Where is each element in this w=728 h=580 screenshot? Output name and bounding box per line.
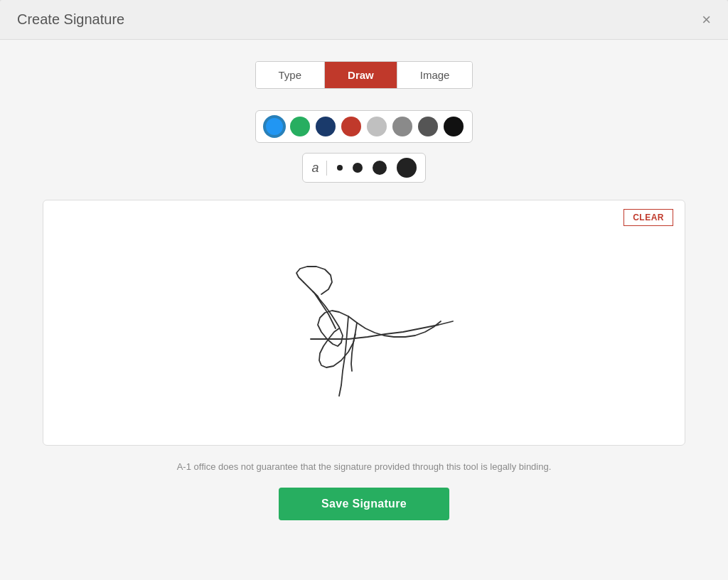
- tab-type[interactable]: Type: [256, 62, 326, 88]
- dialog-header: Create Signature ×: [0, 0, 728, 40]
- color-red[interactable]: [341, 117, 361, 136]
- signature-canvas-area[interactable]: CLEAR: [43, 200, 685, 446]
- color-dark-gray[interactable]: [418, 117, 438, 136]
- dialog-body: Type Draw Image a CLEAR: [0, 40, 728, 580]
- tab-image[interactable]: Image: [397, 62, 473, 88]
- tabs-container: Type Draw Image: [255, 61, 473, 89]
- color-green[interactable]: [290, 117, 310, 136]
- brush-size-row: a: [302, 153, 425, 183]
- save-signature-button[interactable]: Save Signature: [279, 488, 449, 520]
- brush-xlarge[interactable]: [397, 158, 417, 178]
- color-blue[interactable]: [264, 117, 284, 136]
- brush-medium[interactable]: [353, 163, 363, 173]
- clear-button[interactable]: CLEAR: [623, 209, 673, 226]
- color-mid-gray[interactable]: [392, 117, 412, 136]
- color-light-gray[interactable]: [367, 117, 387, 136]
- tab-draw[interactable]: Draw: [325, 62, 397, 88]
- color-palette: [255, 110, 473, 143]
- color-black[interactable]: [444, 117, 464, 136]
- brush-icon: a: [311, 161, 326, 176]
- brush-large[interactable]: [373, 161, 387, 175]
- color-dark-blue[interactable]: [316, 117, 336, 136]
- close-button[interactable]: ×: [702, 12, 711, 28]
- disclaimer-text: A-1 office does not guarantee that the s…: [177, 461, 552, 472]
- dialog-title: Create Signature: [17, 11, 124, 28]
- signature-drawing: [43, 200, 685, 442]
- create-signature-dialog: Create Signature × Type Draw Image a: [0, 0, 728, 580]
- brush-small[interactable]: [337, 165, 343, 171]
